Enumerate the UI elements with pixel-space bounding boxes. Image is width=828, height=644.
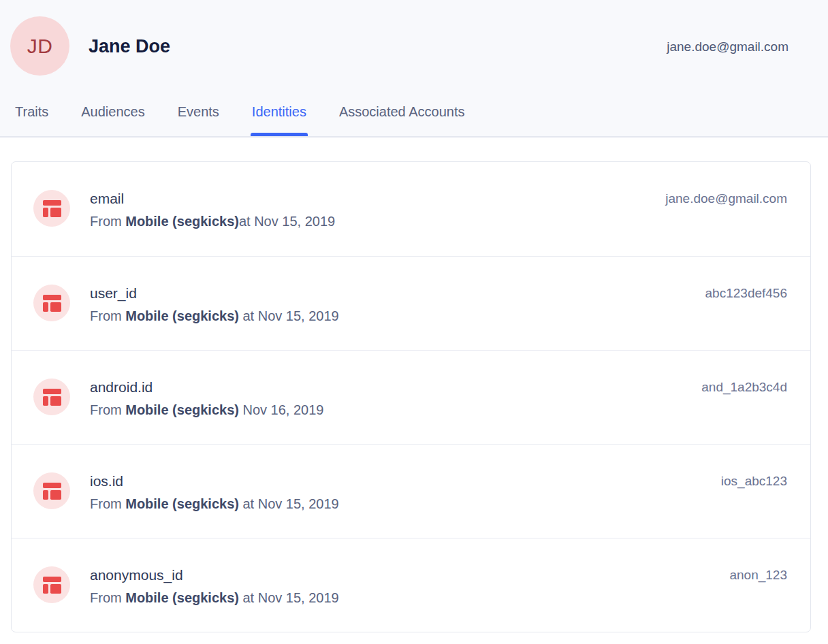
avatar: JD [10,16,69,76]
source-name: Mobile (segkicks) [125,496,239,511]
identity-text: android.id From Mobile (segkicks) Nov 16… [90,379,323,419]
date-label: at Nov 15, 2019 [239,590,339,605]
tab-bar: Traits Audiences Events Identities Assoc… [15,104,464,136]
tab-audiences[interactable]: Audiences [81,104,144,136]
header-email: jane.doe@gmail.com [667,39,789,54]
identity-text: anonymous_id From Mobile (segkicks) at N… [90,566,339,607]
identity-source-line: From Mobile (segkicks) at Nov 15, 2019 [90,590,339,607]
layout-source-icon [33,285,70,321]
identity-row-email[interactable]: email From Mobile (segkicks)at Nov 15, 2… [12,162,810,256]
identities-card: email From Mobile (segkicks)at Nov 15, 2… [11,161,811,632]
identity-name: android.id [90,379,323,396]
from-label: From [90,308,125,323]
tab-identities[interactable]: Identities [252,104,306,136]
date-label: at Nov 15, 2019 [239,214,335,229]
source-name: Mobile (segkicks) [125,402,239,417]
identity-source-line: From Mobile (segkicks) at Nov 15, 2019 [90,496,339,513]
identity-name: email [90,190,335,208]
source-name: Mobile (segkicks) [125,590,239,605]
avatar-initials: JD [27,35,53,58]
identity-row-ios-id[interactable]: ios.id From Mobile (segkicks) at Nov 15,… [12,444,810,538]
date-label: at Nov 15, 2019 [239,308,339,323]
identity-name: anonymous_id [90,566,339,584]
from-label: From [90,214,125,229]
identity-row-android-id[interactable]: android.id From Mobile (segkicks) Nov 16… [12,350,810,444]
identity-value: abc123def456 [705,285,787,302]
page-title: Jane Doe [89,36,170,57]
identity-text: ios.id From Mobile (segkicks) at Nov 15,… [90,472,339,513]
identity-source-line: From Mobile (segkicks) at Nov 15, 2019 [90,308,339,325]
date-label: at Nov 15, 2019 [239,496,339,511]
layout-source-icon [33,566,70,603]
identity-name: ios.id [90,472,339,490]
tab-events[interactable]: Events [178,104,219,136]
identity-text: email From Mobile (segkicks)at Nov 15, 2… [90,190,335,230]
date-label: Nov 16, 2019 [239,402,324,417]
identity-row-user-id[interactable]: user_id From Mobile (segkicks) at Nov 15… [12,256,810,350]
identity-row-anonymous-id[interactable]: anonymous_id From Mobile (segkicks) at N… [12,538,810,632]
identity-name: user_id [90,285,339,302]
identity-value: and_1a2b3c4d [701,379,787,396]
from-label: From [90,590,125,605]
identity-value: jane.doe@gmail.com [665,190,787,208]
source-name: Mobile (segkicks) [125,214,239,229]
tab-traits[interactable]: Traits [15,104,48,136]
identity-source-line: From Mobile (segkicks)at Nov 15, 2019 [90,213,335,230]
layout-source-icon [33,379,70,415]
profile-header: JD Jane Doe jane.doe@gmail.com Traits Au… [0,0,828,138]
from-label: From [90,402,125,417]
source-name: Mobile (segkicks) [125,308,239,323]
identity-value: anon_123 [729,566,787,584]
identity-text: user_id From Mobile (segkicks) at Nov 15… [90,285,339,325]
layout-source-icon [33,190,70,227]
layout-source-icon [33,472,70,509]
identity-source-line: From Mobile (segkicks) Nov 16, 2019 [90,402,323,419]
tab-associated-accounts[interactable]: Associated Accounts [339,104,465,136]
identity-value: ios_abc123 [721,472,787,490]
from-label: From [90,496,125,511]
